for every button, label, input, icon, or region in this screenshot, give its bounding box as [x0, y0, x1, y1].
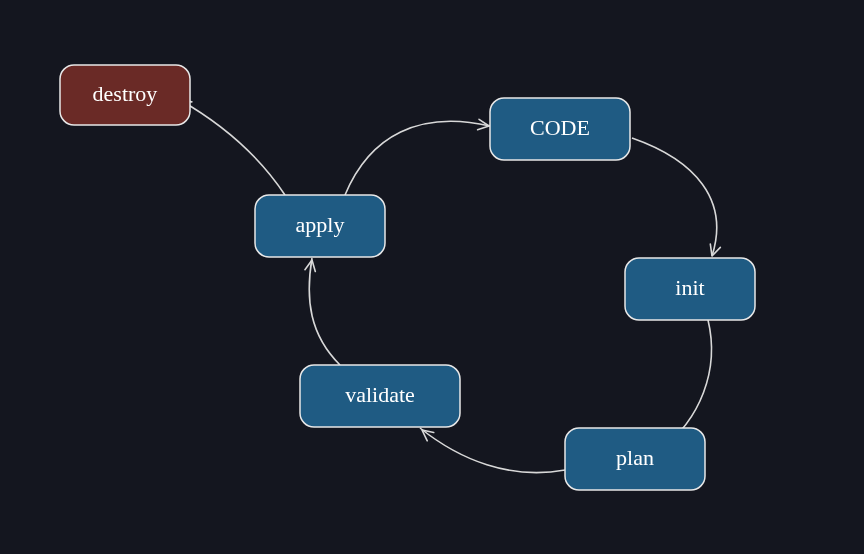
node-init: init [625, 258, 755, 320]
node-plan-label: plan [616, 445, 654, 470]
node-destroy: destroy [60, 65, 190, 125]
edge-validate-to-apply [309, 258, 340, 365]
node-code-label: CODE [530, 115, 590, 140]
edge-code-to-init [632, 138, 717, 256]
node-apply-label: apply [296, 212, 345, 237]
node-destroy-label: destroy [93, 81, 158, 106]
edge-plan-to-validate [420, 428, 565, 473]
node-code: CODE [490, 98, 630, 160]
edge-apply-to-code [345, 121, 490, 195]
edge-apply-to-destroy [180, 100, 285, 195]
node-validate-label: validate [345, 382, 415, 407]
node-apply: apply [255, 195, 385, 257]
node-init-label: init [675, 275, 704, 300]
node-plan: plan [565, 428, 705, 490]
node-validate: validate [300, 365, 460, 427]
diagram-canvas: destroyCODEapplyinitvalidateplan [0, 0, 864, 554]
